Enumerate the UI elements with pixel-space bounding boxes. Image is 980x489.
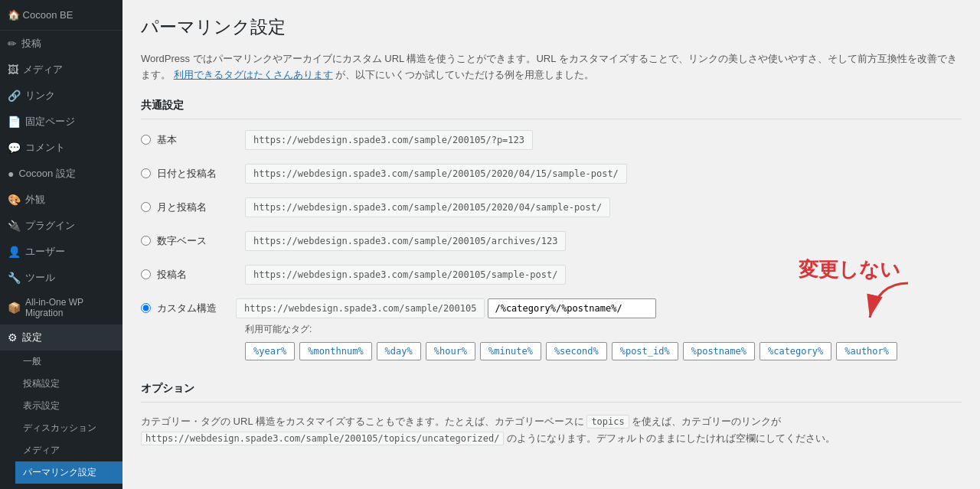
option-label-custom[interactable]: カスタム構造 bbox=[141, 302, 233, 315]
option-label-date-name[interactable]: 日付と投稿名 bbox=[141, 167, 233, 181]
common-settings-title: 共通設定 bbox=[141, 99, 962, 119]
tag-button[interactable]: %post_id% bbox=[612, 342, 678, 360]
sidebar-tools-label: ツール bbox=[25, 271, 55, 285]
option-label-numeric[interactable]: 数字ベース bbox=[141, 234, 233, 248]
radio-month-name[interactable] bbox=[141, 202, 151, 212]
appearance-icon: 🎨 bbox=[8, 194, 21, 206]
sidebar-item-users[interactable]: 👤 ユーザー bbox=[0, 239, 122, 265]
options-section: オプション カテゴリー・タグの URL 構造をカスタマイズすることもできます。た… bbox=[141, 382, 962, 447]
sidebar-plugins-label: プラグイン bbox=[25, 219, 75, 233]
posts-icon: ✏ bbox=[8, 37, 17, 50]
sidebar-item-comments[interactable]: 💬 コメント bbox=[0, 135, 122, 161]
sidebar-item-permalinks[interactable]: パーマリンク設定 bbox=[15, 461, 122, 484]
options-description: カテゴリー・タグの URL 構造をカスタマイズすることもできます。たとえば、カテ… bbox=[141, 413, 962, 447]
radio-custom[interactable] bbox=[141, 303, 151, 313]
option-row-month-name: 月と投稿名 https://webdesign.spade3.com/sampl… bbox=[141, 197, 962, 217]
sidebar-item-cocoon[interactable]: ● Cocoon 設定 bbox=[0, 161, 122, 187]
numeric-label: 数字ベース bbox=[157, 234, 207, 248]
tag-button[interactable]: %category% bbox=[760, 342, 831, 360]
sidebar-appearance-label: 外観 bbox=[25, 193, 45, 207]
month-name-label: 月と投稿名 bbox=[157, 200, 207, 214]
custom-structure-wrapper: 変更しない カスタム構造 https://webdesign.spade3.co… bbox=[141, 298, 962, 318]
postname-label: 投稿名 bbox=[157, 268, 187, 282]
annotation-arrow bbox=[854, 279, 916, 328]
numeric-url: https://webdesign.spade3.com/sample/2001… bbox=[245, 231, 566, 251]
tag-button[interactable]: %author% bbox=[836, 342, 897, 360]
date-name-label: 日付と投稿名 bbox=[157, 167, 217, 181]
basic-url: https://webdesign.spade3.com/sample/2001… bbox=[245, 130, 533, 150]
sidebar-item-media[interactable]: 🖼 メディア bbox=[0, 57, 122, 83]
tag-button[interactable]: %hour% bbox=[426, 342, 475, 360]
sidebar-item-links[interactable]: 🔗 リンク bbox=[0, 83, 122, 109]
links-icon: 🔗 bbox=[8, 90, 21, 102]
sidebar-logo: 🏠 Cocoon BE bbox=[0, 0, 122, 31]
sidebar-item-plugins[interactable]: 🔌 プラグイン bbox=[0, 213, 122, 239]
tag-button[interactable]: %monthnum% bbox=[299, 342, 371, 360]
permalinks-label: パーマリンク設定 bbox=[23, 466, 96, 479]
option-row-numeric: 数字ベース https://webdesign.spade3.com/sampl… bbox=[141, 231, 962, 251]
option-label-month-name[interactable]: 月と投稿名 bbox=[141, 200, 233, 214]
sidebar-item-appearance[interactable]: 🎨 外観 bbox=[0, 187, 122, 213]
option-label-postname[interactable]: 投稿名 bbox=[141, 268, 233, 282]
sidebar-item-tools[interactable]: 🔧 ツール bbox=[0, 265, 122, 291]
tag-button[interactable]: %second% bbox=[546, 342, 607, 360]
radio-postname[interactable] bbox=[141, 269, 151, 279]
radio-basic[interactable] bbox=[141, 135, 151, 145]
media-sub-label: メディア bbox=[23, 444, 60, 457]
sidebar-pages-label: 固定ページ bbox=[25, 115, 75, 129]
option-row-date-name: 日付と投稿名 https://webdesign.spade3.com/samp… bbox=[141, 164, 962, 184]
tags-row: %year%%monthnum%%day%%hour%%minute%%seco… bbox=[245, 342, 962, 360]
sidebar-cocoon-label: Cocoon 設定 bbox=[18, 167, 75, 181]
options-desc-part2: を使えば、カテゴリーのリンクが bbox=[632, 416, 781, 427]
sidebar-item-privacy[interactable]: プライバシー bbox=[15, 484, 122, 489]
sidebar-item-aio[interactable]: 📦 All-in-One WP Migration bbox=[0, 291, 122, 324]
option-label-basic[interactable]: 基本 bbox=[141, 133, 233, 147]
sidebar-item-pages[interactable]: 📄 固定ページ bbox=[0, 109, 122, 135]
tag-button[interactable]: %day% bbox=[377, 342, 421, 360]
url-example-code: https://webdesign.spade3.com/sample/2001… bbox=[141, 432, 504, 445]
site-name: 🏠 Cocoon BE bbox=[8, 9, 73, 21]
sidebar-item-media-sub[interactable]: メディア bbox=[15, 439, 122, 461]
sidebar-item-posts[interactable]: ✏ 投稿 bbox=[0, 31, 122, 57]
sidebar-item-discussion[interactable]: ディスカッション bbox=[15, 417, 122, 439]
radio-date-name[interactable] bbox=[141, 168, 151, 178]
radio-numeric[interactable] bbox=[141, 236, 151, 246]
date-name-url: https://webdesign.spade3.com/sample/2001… bbox=[245, 164, 627, 184]
sidebar-posts-label: 投稿 bbox=[21, 37, 41, 51]
sidebar-media-label: メディア bbox=[23, 63, 63, 77]
media-icon: 🖼 bbox=[8, 64, 18, 76]
sidebar-item-reading[interactable]: 表示設定 bbox=[15, 395, 122, 417]
custom-url-input[interactable] bbox=[488, 298, 656, 318]
cocoon-icon: ● bbox=[8, 168, 14, 180]
sidebar-item-writing[interactable]: 投稿設定 bbox=[15, 373, 122, 395]
sidebar-aio-label: All-in-One WP Migration bbox=[25, 297, 115, 318]
page-title: パーマリンク設定 bbox=[141, 15, 962, 39]
sidebar-item-settings[interactable]: ⚙ 設定 bbox=[0, 324, 122, 350]
sidebar-users-label: ユーザー bbox=[25, 245, 65, 259]
basic-label: 基本 bbox=[157, 133, 177, 147]
sidebar-item-general[interactable]: 一般 bbox=[15, 350, 122, 373]
general-label: 一般 bbox=[23, 355, 41, 368]
main-content: パーマリンク設定 WordPress ではパーマリンクやアーカイブにカスタム U… bbox=[122, 0, 980, 489]
month-name-url: https://webdesign.spade3.com/sample/2001… bbox=[245, 197, 610, 217]
comments-icon: 💬 bbox=[8, 142, 21, 154]
users-icon: 👤 bbox=[8, 246, 21, 258]
topics-code: topics bbox=[586, 415, 629, 429]
sidebar-settings-label: 設定 bbox=[22, 331, 42, 344]
writing-label: 投稿設定 bbox=[23, 377, 60, 390]
sidebar-comments-label: コメント bbox=[25, 141, 65, 155]
options-title: オプション bbox=[141, 382, 962, 403]
tag-button[interactable]: %postname% bbox=[683, 342, 755, 360]
plugins-icon: 🔌 bbox=[8, 220, 21, 232]
description-link[interactable]: 利用できるタグはたくさんあります bbox=[174, 69, 333, 80]
settings-icon: ⚙ bbox=[8, 331, 18, 344]
tag-button[interactable]: %minute% bbox=[480, 342, 541, 360]
option-row-custom: カスタム構造 https://webdesign.spade3.com/samp… bbox=[141, 298, 962, 318]
description-part2: が、以下にいくつか試していただける例を用意しました。 bbox=[335, 69, 594, 80]
tools-icon: 🔧 bbox=[8, 272, 21, 284]
sidebar-links-label: リンク bbox=[25, 89, 55, 103]
reading-label: 表示設定 bbox=[23, 399, 60, 412]
custom-inputs: カスタム構造 https://webdesign.spade3.com/samp… bbox=[141, 298, 962, 318]
custom-url-prefix: https://webdesign.spade3.com/sample/2001… bbox=[236, 298, 485, 318]
tag-button[interactable]: %year% bbox=[245, 342, 295, 360]
